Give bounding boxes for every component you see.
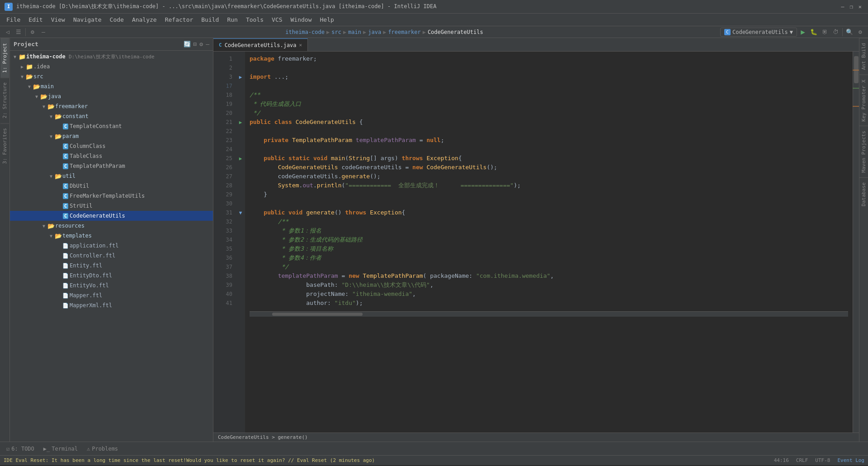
run-btn[interactable]: ▶	[798, 27, 808, 37]
minimize-btn[interactable]: —	[841, 4, 844, 10]
hscrollbar[interactable]	[250, 311, 848, 317]
project-tab-btn[interactable]: 1: Project	[0, 38, 9, 77]
status-right: 44:16 CRLF UTF-8 Event Log	[774, 457, 864, 463]
tree-item-appftl[interactable]: 📄 application.ftl	[10, 241, 213, 251]
menu-refactor[interactable]: Refactor	[161, 15, 197, 24]
tree-item-src[interactable]: ▼ 📂 src	[10, 71, 213, 81]
tree-item-root[interactable]: ▼ 📁 itheima-code D:\heima\技术文章\itheima-c…	[10, 52, 213, 62]
search-btn[interactable]: 🔍	[844, 27, 854, 37]
bc-java[interactable]: java	[368, 29, 381, 35]
tree-item-entityftl[interactable]: 📄 Entity.ftl	[10, 261, 213, 271]
tree-item-util[interactable]: ▼ 📂 util	[10, 171, 213, 181]
tree-item-constant[interactable]: ▼ 📂 constant	[10, 111, 213, 121]
menu-vcs[interactable]: VCS	[268, 15, 286, 24]
structure-tab-btn[interactable]: 2: Structure	[0, 77, 9, 123]
menu-window[interactable]: Window	[287, 15, 316, 24]
tree-arrow-idea: ▶	[19, 64, 25, 69]
maven-projects-tab[interactable]: Maven Projects	[859, 126, 868, 177]
tree-item-tableclass[interactable]: C TableClass	[10, 151, 213, 161]
bc-freemarker[interactable]: freemarker	[388, 29, 420, 35]
hscroll-thumb[interactable]	[272, 313, 363, 316]
collapse-icon[interactable]: ⊟	[193, 41, 197, 48]
debug-btn[interactable]: 🐛	[809, 27, 819, 37]
tree-arrow-freemarker: ▼	[41, 104, 47, 109]
tree-item-strutil[interactable]: C StrUtil	[10, 201, 213, 211]
run-icon-21[interactable]: ▶	[239, 119, 242, 125]
menu-edit[interactable]: Edit	[25, 15, 46, 24]
menu-navigate[interactable]: Navigate	[70, 15, 105, 24]
key-promoter-tab[interactable]: Key Promoter X	[859, 75, 868, 126]
bc-main[interactable]: main	[348, 29, 361, 35]
tree-item-templateconstant[interactable]: C TemplateConstant	[10, 121, 213, 131]
tree-item-param[interactable]: ▼ 📂 param	[10, 131, 213, 141]
problems-btn[interactable]: ⚠ Problems	[84, 445, 121, 453]
tree-item-freemarker[interactable]: ▼ 📂 freemarker	[10, 101, 213, 111]
event-log-btn[interactable]: Event Log	[837, 457, 864, 463]
tab-close-cgu[interactable]: ✕	[299, 42, 302, 48]
toolbar-icon-4[interactable]: —	[38, 27, 48, 37]
tree-item-mapperftl[interactable]: 📄 Mapper.ftl	[10, 290, 213, 300]
code-line-29: }	[250, 190, 848, 199]
close-btn[interactable]: ✕	[859, 4, 862, 10]
menu-analyze[interactable]: Analyze	[128, 15, 160, 24]
sync-icon[interactable]: 🔄	[184, 41, 191, 48]
menu-run[interactable]: Run	[223, 15, 241, 24]
code-editor[interactable]: 1 2 3 17 18 19 20 21 22 23 24 25 26 27 2…	[213, 52, 859, 433]
profile-btn[interactable]: ⏱	[830, 27, 840, 37]
menu-file[interactable]: File	[3, 15, 24, 24]
menu-help[interactable]: Help	[316, 15, 338, 24]
fold-icon-31[interactable]: ▼	[239, 210, 242, 216]
menu-code[interactable]: Code	[106, 15, 127, 24]
fold-icon-3[interactable]: ▶	[239, 74, 242, 80]
menu-tools[interactable]: Tools	[242, 15, 267, 24]
tab-codegenerateutils[interactable]: C CodeGenerateUtils.java ✕	[213, 38, 308, 51]
bc-src[interactable]: src	[331, 29, 341, 35]
code-line-33: * 参数1：报名	[250, 226, 848, 235]
toolbar-icon-1[interactable]: ◁	[3, 27, 13, 37]
tree-item-resources[interactable]: ▼ 📂 resources	[10, 221, 213, 231]
bc-class[interactable]: CodeGenerateUtils	[428, 29, 483, 35]
tree-item-entityvoftl[interactable]: 📄 EntityVo.ftl	[10, 281, 213, 290]
toolbar-icon-2[interactable]: ☰	[14, 27, 24, 37]
editor-area: C CodeGenerateUtils.java ✕ 1 2 3 17 18 1…	[213, 38, 859, 442]
bc-project[interactable]: itheima-code	[285, 29, 325, 35]
tree-item-mapperxmlftl[interactable]: 📄 MapperXml.ftl	[10, 300, 213, 310]
editor-scrollbar[interactable]	[853, 52, 859, 433]
maximize-btn[interactable]: ❐	[850, 4, 853, 10]
tree-item-columnclass[interactable]: C ColumnClass	[10, 141, 213, 151]
window-title: itheima-code [D:\heima\技术文章\itheima-code…	[16, 3, 837, 10]
tree-item-tpp[interactable]: C TemplatePathParam	[10, 161, 213, 171]
tree-item-java[interactable]: ▼ 📂 java	[10, 91, 213, 101]
class-icon-tpp: C	[61, 163, 70, 169]
tree-item-controllerftl[interactable]: 📄 Controller.ftl	[10, 251, 213, 261]
favorites-tab-btn[interactable]: 3: Favorites	[0, 123, 9, 168]
todo-btn[interactable]: ☑ 6: TODO	[4, 445, 37, 453]
run-icon-25[interactable]: ▶	[239, 156, 242, 162]
tree-item-cgu[interactable]: C CodeGenerateUtils	[10, 211, 213, 221]
bc-codegenerateutils[interactable]: CodeGenerateUtils > generate()	[218, 434, 308, 440]
hide-icon[interactable]: —	[206, 41, 209, 48]
coverage-btn[interactable]: ⛨	[820, 27, 830, 37]
tree-label-templates: templates	[62, 233, 92, 239]
run-config-chevron: ▼	[790, 29, 793, 35]
code-content[interactable]: package freemarker; import ...; /** * 代码…	[245, 52, 853, 433]
settings-btn[interactable]: ⚙	[855, 27, 865, 37]
toolbar-icon-3[interactable]: ⚙	[28, 27, 38, 37]
gear-icon[interactable]: ⚙	[199, 41, 203, 48]
tree-item-templates[interactable]: ▼ 📂 templates	[10, 231, 213, 241]
run-config-icon: C	[724, 29, 731, 35]
run-config-dropdown[interactable]: C CodeGenerateUtils ▼	[720, 28, 797, 37]
tree-label-util: util	[62, 173, 75, 179]
database-tab[interactable]: Database	[859, 177, 868, 211]
menu-view[interactable]: View	[47, 15, 69, 24]
ant-build-tab[interactable]: Ant Build	[859, 38, 868, 75]
tree-label-tc: TemplateConstant	[70, 123, 122, 129]
terminal-btn[interactable]: ▶_ Terminal	[41, 445, 80, 453]
tree-item-entitydtoftl[interactable]: 📄 EntityDto.ftl	[10, 271, 213, 281]
menu-build[interactable]: Build	[198, 15, 222, 24]
tree-item-main[interactable]: ▼ 📂 main	[10, 81, 213, 91]
tree-item-dbutil[interactable]: C DbUtil	[10, 181, 213, 191]
tree-item-fmtu[interactable]: C FreeMarkerTemplateUtils	[10, 191, 213, 201]
tree-item-idea[interactable]: ▶ 📁 .idea	[10, 62, 213, 71]
folder-icon-java: 📂	[40, 93, 48, 100]
